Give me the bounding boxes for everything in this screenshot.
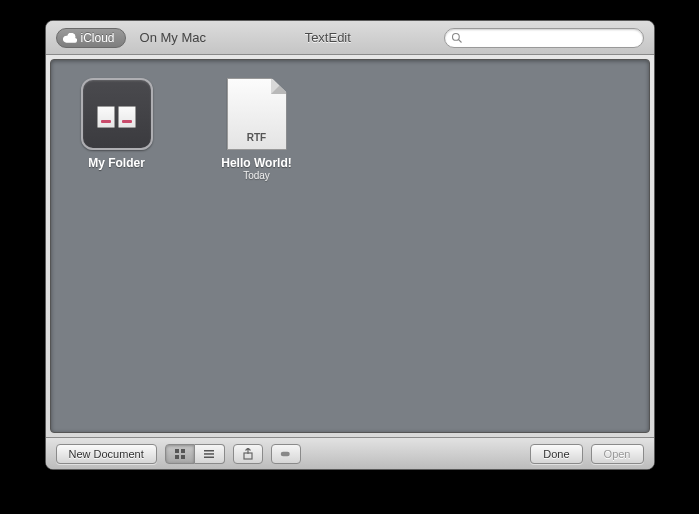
tag-icon (280, 448, 292, 460)
rtf-file-icon: RTF (227, 78, 287, 150)
share-button[interactable] (233, 444, 263, 464)
svg-rect-7 (204, 453, 214, 455)
icloud-tab[interactable]: iCloud (56, 28, 126, 48)
svg-rect-2 (175, 449, 179, 453)
share-icon (242, 448, 254, 460)
file-ext-label: RTF (247, 132, 266, 143)
item-label: Hello World! (221, 156, 291, 170)
icon-view-button[interactable] (165, 444, 195, 464)
open-button[interactable]: Open (591, 444, 644, 464)
search-icon (451, 32, 463, 44)
doc-thumbnail (118, 106, 136, 128)
folder-item[interactable]: My Folder (67, 78, 167, 170)
file-browser[interactable]: My Folder RTF Hello World! Today (50, 59, 650, 433)
open-label: Open (604, 448, 631, 460)
item-date: Today (243, 170, 270, 181)
cloud-icon (63, 33, 77, 43)
new-document-label: New Document (69, 448, 144, 460)
app-title: TextEdit (220, 30, 436, 45)
svg-rect-3 (181, 449, 185, 453)
done-button[interactable]: Done (530, 444, 582, 464)
search-input[interactable] (467, 32, 637, 44)
svg-line-1 (458, 39, 461, 42)
search-field[interactable] (444, 28, 644, 48)
new-document-button[interactable]: New Document (56, 444, 157, 464)
svg-point-0 (452, 33, 459, 40)
grid-icon (174, 448, 186, 460)
list-icon (203, 448, 215, 460)
view-mode-segment (165, 444, 225, 464)
svg-rect-8 (204, 456, 214, 458)
done-label: Done (543, 448, 569, 460)
svg-rect-10 (280, 451, 289, 456)
svg-rect-4 (175, 455, 179, 459)
list-view-button[interactable] (195, 444, 225, 464)
svg-rect-6 (204, 450, 214, 452)
file-item[interactable]: RTF Hello World! Today (207, 78, 307, 181)
doc-thumbnail (97, 106, 115, 128)
bottom-toolbar: New Document (46, 437, 654, 469)
toolbar: iCloud On My Mac TextEdit (46, 21, 654, 55)
folder-icon (81, 78, 153, 150)
open-panel: iCloud On My Mac TextEdit My Folder RTF (45, 20, 655, 470)
icloud-label: iCloud (81, 31, 115, 45)
svg-rect-5 (181, 455, 185, 459)
tag-button[interactable] (271, 444, 301, 464)
on-my-mac-tab[interactable]: On My Mac (134, 28, 212, 47)
item-label: My Folder (88, 156, 145, 170)
on-my-mac-label: On My Mac (140, 30, 206, 45)
